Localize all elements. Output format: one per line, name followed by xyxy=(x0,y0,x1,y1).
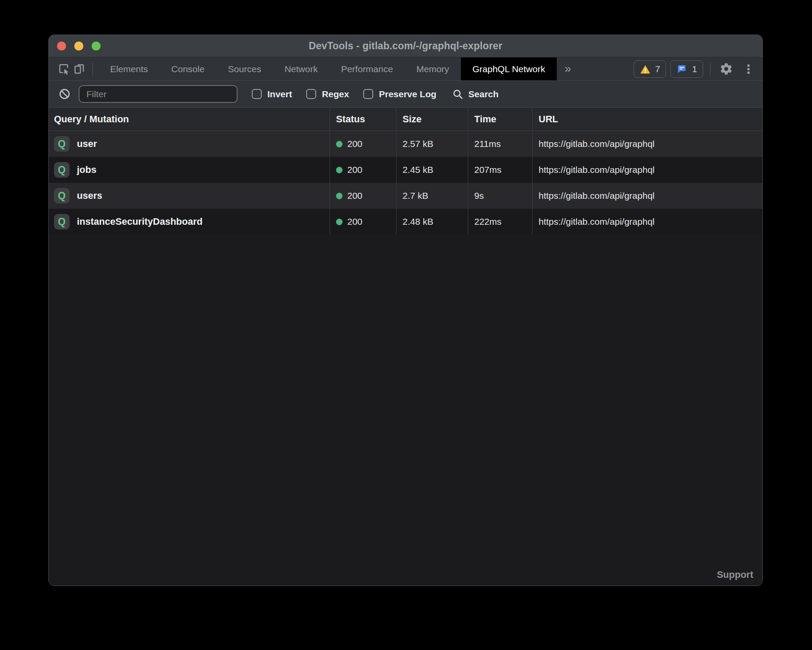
settings-button[interactable] xyxy=(715,62,738,76)
invert-checkbox-label: Invert xyxy=(267,89,292,99)
support-link[interactable]: Support xyxy=(717,569,753,580)
tab-elements[interactable]: Elements xyxy=(98,57,160,80)
warnings-count: 7 xyxy=(655,64,660,74)
request-name: users xyxy=(77,190,102,201)
filter-checkboxes: InvertRegexPreserve Log xyxy=(238,89,436,99)
titlebar: DevTools - gitlab.com/-/graphql-explorer xyxy=(49,35,762,57)
query-type-badge: Q xyxy=(54,214,70,229)
tab-memory[interactable]: Memory xyxy=(405,57,461,80)
tab-network[interactable]: Network xyxy=(273,57,330,80)
column-header-query-mutation[interactable]: Query / Mutation xyxy=(49,108,330,131)
query-type-badge: Q xyxy=(54,188,70,204)
response-size: 2.45 kB xyxy=(403,165,433,175)
regex-checkbox-box[interactable] xyxy=(306,89,316,99)
tab-performance[interactable]: Performance xyxy=(330,57,405,80)
devtools-window: DevTools - gitlab.com/-/graphql-explorer… xyxy=(48,35,763,586)
request-url: https://gitlab.com/api/graphql xyxy=(539,165,655,175)
devtools-tab-bar: ElementsConsoleSourcesNetworkPerformance… xyxy=(49,57,762,81)
request-url: https://gitlab.com/api/graphql xyxy=(539,139,655,149)
filter-input[interactable] xyxy=(79,85,238,103)
panel-tabs: ElementsConsoleSourcesNetworkPerformance… xyxy=(98,57,557,80)
window-title: DevTools - gitlab.com/-/graphql-explorer xyxy=(49,40,762,52)
toolbar-divider xyxy=(92,63,93,76)
response-time: 207ms xyxy=(474,165,501,175)
inspect-cursor-icon xyxy=(57,62,70,76)
close-window-button[interactable] xyxy=(57,41,66,51)
preserve-log-checkbox[interactable]: Preserve Log xyxy=(363,89,436,99)
screen-background: DevTools - gitlab.com/-/graphql-explorer… xyxy=(0,0,812,650)
toolbar-right: 7 1 xyxy=(629,61,755,78)
column-header-time[interactable]: Time xyxy=(468,108,532,131)
status-ok-dot xyxy=(336,219,343,225)
invert-checkbox-box[interactable] xyxy=(252,89,262,99)
table-empty-area: Support xyxy=(49,235,762,586)
clear-requests-button[interactable] xyxy=(57,86,72,103)
column-header-url[interactable]: URL xyxy=(532,108,762,131)
table-row[interactable]: Qjobs2002.45 kB207mshttps://gitlab.com/a… xyxy=(49,157,762,183)
status-code: 200 xyxy=(347,191,362,201)
column-header-status[interactable]: Status xyxy=(330,108,396,131)
regex-checkbox[interactable]: Regex xyxy=(306,89,349,99)
warnings-badge[interactable]: 7 xyxy=(634,61,666,78)
request-name: instanceSecurityDashboard xyxy=(77,216,203,227)
tab-console[interactable]: Console xyxy=(160,57,216,80)
status-ok-dot xyxy=(336,141,343,147)
response-time: 211ms xyxy=(474,139,501,149)
request-name: user xyxy=(77,138,97,150)
request-name: jobs xyxy=(77,164,96,175)
inspect-element-button[interactable] xyxy=(56,61,71,78)
device-toolbar-button[interactable] xyxy=(71,61,87,78)
query-type-badge: Q xyxy=(54,136,70,152)
search-icon xyxy=(452,88,464,100)
query-type-badge: Q xyxy=(54,162,70,178)
response-size: 2.57 kB xyxy=(403,139,433,149)
preserve-log-checkbox-label: Preserve Log xyxy=(379,89,436,99)
status-ok-dot xyxy=(336,193,343,199)
response-time: 222ms xyxy=(474,217,501,227)
status-code: 200 xyxy=(347,165,362,175)
block-icon xyxy=(58,88,71,100)
regex-checkbox-label: Regex xyxy=(322,89,349,99)
search-toggle[interactable]: Search xyxy=(452,88,498,100)
column-header-size[interactable]: Size xyxy=(396,108,468,131)
filter-bar: InvertRegexPreserve Log Search xyxy=(49,81,762,108)
table-row[interactable]: Qusers2002.7 kB9shttps://gitlab.com/api/… xyxy=(49,183,762,209)
maximize-window-button[interactable] xyxy=(92,41,101,51)
gear-icon xyxy=(720,62,733,76)
request-url: https://gitlab.com/api/graphql xyxy=(539,217,655,227)
more-options-button[interactable] xyxy=(738,63,755,75)
tab-sources[interactable]: Sources xyxy=(216,57,273,80)
issues-count: 1 xyxy=(692,64,697,74)
message-icon xyxy=(676,64,688,75)
request-url: https://gitlab.com/api/graphql xyxy=(539,191,655,201)
table-row[interactable]: Quser2002.57 kB211mshttps://gitlab.com/a… xyxy=(49,131,762,157)
status-code: 200 xyxy=(347,217,362,227)
response-size: 2.7 kB xyxy=(403,191,428,201)
more-tabs-button[interactable]: » xyxy=(557,63,579,75)
toolbar-divider xyxy=(710,63,710,76)
status-code: 200 xyxy=(347,139,362,149)
request-table-body: Quser2002.57 kB211mshttps://gitlab.com/a… xyxy=(49,131,762,235)
window-controls xyxy=(57,35,101,57)
minimize-window-button[interactable] xyxy=(74,41,83,51)
invert-checkbox[interactable]: Invert xyxy=(252,89,292,99)
issues-badge[interactable]: 1 xyxy=(670,61,703,78)
device-toolbar-icon xyxy=(73,62,86,76)
response-time: 9s xyxy=(474,191,484,201)
table-header: Query / MutationStatusSizeTimeURL xyxy=(49,108,762,131)
warning-icon xyxy=(640,64,651,75)
preserve-log-checkbox-box[interactable] xyxy=(363,89,373,99)
tab-graphql-network[interactable]: GraphQL Network xyxy=(461,57,557,80)
kebab-menu-icon xyxy=(742,63,755,75)
response-size: 2.48 kB xyxy=(403,217,433,227)
status-ok-dot xyxy=(336,167,343,173)
table-row[interactable]: QinstanceSecurityDashboard2002.48 kB222m… xyxy=(49,209,762,235)
search-label: Search xyxy=(468,89,498,99)
